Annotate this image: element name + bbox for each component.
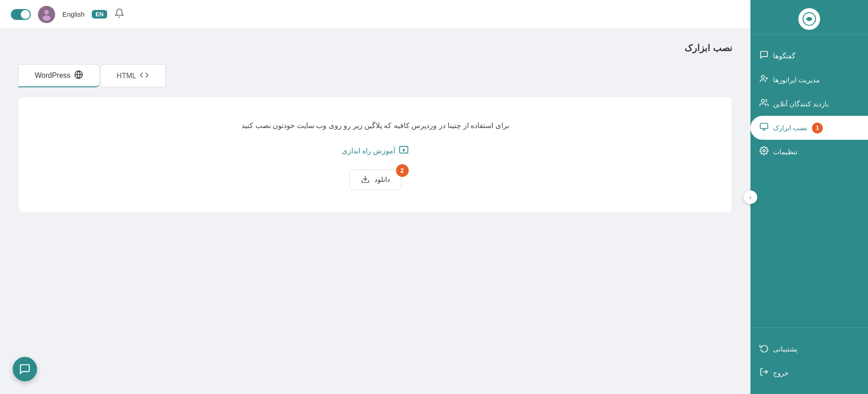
sidebar-item-manage-operators[interactable]: مدیریت اپراتورها <box>750 68 868 92</box>
download-badge: 2 <box>396 164 409 177</box>
chevron-right-icon: › <box>750 194 752 201</box>
sidebar-collapse-button[interactable]: › <box>744 190 757 204</box>
install-tool-icon <box>760 122 769 133</box>
download-label: دانلود <box>374 176 390 184</box>
conversations-icon <box>760 50 769 62</box>
logo-icon <box>798 8 820 30</box>
page-content: نصب ابزارک WordPress <box>0 29 750 394</box>
download-button[interactable]: دانلود <box>349 170 401 190</box>
chat-fab[interactable] <box>13 357 37 381</box>
svg-point-1 <box>808 18 811 20</box>
settings-icon <box>760 146 769 157</box>
tab-bar: WordPress HTML <box>18 64 732 87</box>
tab-html-label: HTML <box>117 72 137 80</box>
install-card: برای استفاده از چتینا در وردپرس کافیه که… <box>18 96 732 213</box>
support-icon <box>760 343 769 355</box>
bell-icon[interactable] <box>114 8 124 20</box>
tab-wordpress[interactable]: WordPress <box>18 64 100 87</box>
toggle-switch[interactable] <box>11 9 31 20</box>
svg-point-9 <box>763 150 765 152</box>
sidebar-nav: گفتگوها مدیریت اپراتورها بازدید کنندگ <box>750 35 868 328</box>
download-icon <box>361 175 370 185</box>
play-icon <box>399 145 409 157</box>
sidebar-item-label: گفتگوها <box>773 52 795 60</box>
download-button-wrap: 2 دانلود <box>349 170 401 190</box>
html-tab-icon <box>140 71 149 81</box>
language-label: English <box>62 10 85 18</box>
sidebar-item-online-visitors[interactable]: بازدید کنندگان آنلاین <box>750 92 868 116</box>
page-title: نصب ابزارک <box>18 43 732 53</box>
sidebar-item-label: تنظیمات <box>773 148 797 156</box>
main-content: English EN نصب ابزارک WordPress <box>0 0 750 394</box>
sidebar-item-install-tool[interactable]: 1 نصب ابزارک <box>750 116 868 140</box>
sidebar-item-label: مدیریت اپراتورها <box>773 76 820 84</box>
sidebar-item-label: بازدید کنندگان آنلاین <box>773 100 829 108</box>
sidebar: گفتگوها مدیریت اپراتورها بازدید کنندگ <box>750 0 868 394</box>
sidebar-item-conversations[interactable]: گفتگوها <box>750 44 868 68</box>
avatar <box>38 6 55 23</box>
sidebar-bottom: پشتیبانی خروج <box>750 328 868 394</box>
svg-point-2 <box>761 76 764 79</box>
svg-marker-16 <box>403 148 406 152</box>
sidebar-item-settings[interactable]: تنظیمات <box>750 140 868 164</box>
online-visitors-icon <box>760 98 769 109</box>
wordpress-tab-icon <box>74 70 83 81</box>
manage-operators-icon <box>760 74 769 85</box>
sidebar-item-label: خروج <box>773 369 788 377</box>
tutorial-link[interactable]: آموزش راه اندازی <box>342 145 409 157</box>
tab-wordpress-label: WordPress <box>35 71 71 80</box>
sidebar-item-support[interactable]: پشتیبانی <box>750 337 868 361</box>
logout-icon <box>760 367 769 379</box>
svg-rect-6 <box>760 123 768 129</box>
language-badge[interactable]: EN <box>92 10 107 19</box>
sidebar-item-label: پشتیبانی <box>773 345 797 353</box>
svg-point-5 <box>761 100 764 103</box>
nav-badge: 1 <box>812 123 823 133</box>
sidebar-logo <box>750 0 868 35</box>
svg-point-11 <box>44 10 49 14</box>
tutorial-link-label: آموزش راه اندازی <box>342 147 396 155</box>
topbar: English EN <box>0 0 750 29</box>
tab-html[interactable]: HTML <box>100 64 166 87</box>
sidebar-item-logout[interactable]: خروج <box>750 361 868 385</box>
svg-point-12 <box>42 15 51 21</box>
card-description: برای استفاده از چتینا در وردپرس کافیه که… <box>241 119 509 133</box>
sidebar-item-label: نصب ابزارک <box>773 124 807 132</box>
